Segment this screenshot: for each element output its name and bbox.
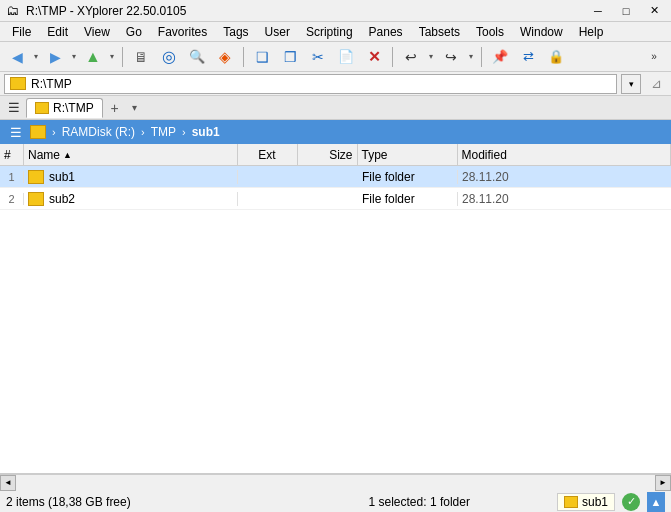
tab-label: R:\TMP	[53, 101, 94, 115]
address-dropdown-button[interactable]: ▾	[621, 74, 641, 94]
address-folder-icon	[10, 77, 26, 90]
search-button[interactable]: 🔍	[184, 45, 210, 69]
sep2	[243, 47, 244, 67]
menu-item-edit[interactable]: Edit	[39, 23, 76, 41]
breadcrumb-arrow-1: ›	[50, 126, 58, 138]
scroll-right-button[interactable]: ►	[655, 475, 671, 491]
address-box[interactable]: R:\TMP	[4, 74, 617, 94]
menu-bar: FileEditViewGoFavoritesTagsUserScripting…	[0, 22, 671, 42]
row-type: File folder	[358, 192, 458, 206]
add-tab-button[interactable]: +	[105, 98, 125, 118]
menu-item-view[interactable]: View	[76, 23, 118, 41]
name-sort-arrow: ▲	[63, 150, 72, 160]
check-icon: ✓	[622, 493, 640, 511]
toolbar: ◀ ▾ ▶ ▾ ▲ ▾ 🖥 ◎ 🔍 ◈ ❑ ❒ ✂ 📄 ✕ ↩ ▾ ↪ ▾ 📌 …	[0, 42, 671, 72]
tab-folder-icon	[35, 102, 49, 114]
menu-item-tags[interactable]: Tags	[215, 23, 256, 41]
status-folder-display: sub1	[557, 493, 615, 511]
breadcrumb-arrow-2: ›	[139, 126, 147, 138]
back-dropdown[interactable]: ▾	[31, 45, 41, 69]
redo-button[interactable]: ↪	[438, 45, 464, 69]
status-folder-icon	[564, 496, 578, 508]
breadcrumb-tmp[interactable]: TMP	[151, 125, 176, 139]
menu-item-scripting[interactable]: Scripting	[298, 23, 361, 41]
menu-item-file[interactable]: File	[4, 23, 39, 41]
menu-item-favorites[interactable]: Favorites	[150, 23, 215, 41]
lock-button[interactable]: 🔒	[543, 45, 569, 69]
status-right: sub1 ✓ ▲	[557, 492, 665, 512]
file-folder-icon	[28, 192, 44, 206]
column-headers: # Name ▲ Ext Size Type Modified	[0, 144, 671, 166]
col-header-num[interactable]: #	[0, 144, 24, 165]
menu-item-panes[interactable]: Panes	[361, 23, 411, 41]
nav-button[interactable]: ◈	[212, 45, 238, 69]
table-row[interactable]: 2 sub2 File folder 28.11.20	[0, 188, 671, 210]
breadcrumb-menu-button[interactable]: ☰	[6, 122, 26, 142]
status-bar: 2 items (18,38 GB free) 1 selected: 1 fo…	[0, 490, 671, 512]
col-header-size[interactable]: Size	[298, 144, 358, 165]
status-check-button[interactable]: ✓	[621, 492, 641, 512]
col-header-name[interactable]: Name ▲	[24, 144, 238, 165]
redo-dropdown[interactable]: ▾	[466, 45, 476, 69]
minimize-button[interactable]: ─	[585, 2, 611, 20]
breadcrumb-bar: ☰ › RAMDisk (R:) › TMP › sub1	[0, 120, 671, 144]
col-header-ext[interactable]: Ext	[238, 144, 298, 165]
scrollbar-track[interactable]	[16, 475, 655, 491]
status-selected-folder-name: sub1	[582, 495, 608, 509]
breadcrumb-ramdisk[interactable]: RAMDisk (R:)	[62, 125, 135, 139]
menu-item-window[interactable]: Window	[512, 23, 571, 41]
table-row[interactable]: 1 sub1 File folder 28.11.20	[0, 166, 671, 188]
row-name: sub2	[24, 192, 238, 206]
paste-button[interactable]: ❒	[277, 45, 303, 69]
tab-chevron[interactable]: ▾	[127, 98, 143, 118]
sync-button[interactable]: ⇄	[515, 45, 541, 69]
status-items-count: 2 items (18,38 GB free)	[6, 495, 281, 509]
status-selection-info: 1 selected: 1 folder	[281, 495, 556, 509]
status-nav-button[interactable]: ▲	[647, 492, 665, 512]
filter-icon[interactable]: ⊿	[645, 74, 667, 94]
more-button[interactable]: »	[641, 45, 667, 69]
row-type: File folder	[358, 170, 458, 184]
undo-dropdown[interactable]: ▾	[426, 45, 436, 69]
back-button[interactable]: ◀	[4, 45, 30, 69]
scroll-left-button[interactable]: ◄	[0, 475, 16, 491]
col-header-modified[interactable]: Modified	[458, 144, 672, 165]
row-modified: 28.11.20	[458, 192, 671, 206]
title-bar-left: 🗂 R:\TMP - XYplorer 22.50.0105	[4, 3, 186, 19]
copy-button[interactable]: ❑	[249, 45, 275, 69]
col-header-type[interactable]: Type	[358, 144, 458, 165]
close-button[interactable]: ✕	[641, 2, 667, 20]
up-dropdown[interactable]: ▾	[107, 45, 117, 69]
newfile-button[interactable]: 📄	[333, 45, 359, 69]
sep4	[481, 47, 482, 67]
maximize-button[interactable]: □	[613, 2, 639, 20]
cut-button[interactable]: ✂	[305, 45, 331, 69]
title-bar-controls: ─ □ ✕	[585, 2, 667, 20]
app-icon: 🗂	[4, 3, 20, 19]
menu-item-user[interactable]: User	[257, 23, 298, 41]
sep1	[122, 47, 123, 67]
file-folder-icon	[28, 170, 44, 184]
menu-item-tools[interactable]: Tools	[468, 23, 512, 41]
forward-dropdown[interactable]: ▾	[69, 45, 79, 69]
up-button[interactable]: ▲	[80, 45, 106, 69]
breadcrumb-arrow-3: ›	[180, 126, 188, 138]
forward-button[interactable]: ▶	[42, 45, 68, 69]
sep3	[392, 47, 393, 67]
menu-item-tabsets[interactable]: Tabsets	[411, 23, 468, 41]
file-area: # Name ▲ Ext Size Type Modified 1 sub1 F…	[0, 144, 671, 474]
row-num: 2	[0, 193, 24, 205]
monitor-button[interactable]: 🖥	[128, 45, 154, 69]
breadcrumb-sub1[interactable]: sub1	[192, 125, 220, 139]
menu-item-go[interactable]: Go	[118, 23, 150, 41]
row-name: sub1	[24, 170, 238, 184]
pin-button[interactable]: 📌	[487, 45, 513, 69]
delete-button[interactable]: ✕	[361, 45, 387, 69]
menu-item-help[interactable]: Help	[571, 23, 612, 41]
active-tab[interactable]: R:\TMP	[26, 98, 103, 118]
row-num: 1	[0, 171, 24, 183]
horizontal-scrollbar[interactable]: ◄ ►	[0, 474, 671, 490]
tab-menu-button[interactable]: ☰	[4, 98, 24, 118]
target-button[interactable]: ◎	[156, 45, 182, 69]
undo-button[interactable]: ↩	[398, 45, 424, 69]
